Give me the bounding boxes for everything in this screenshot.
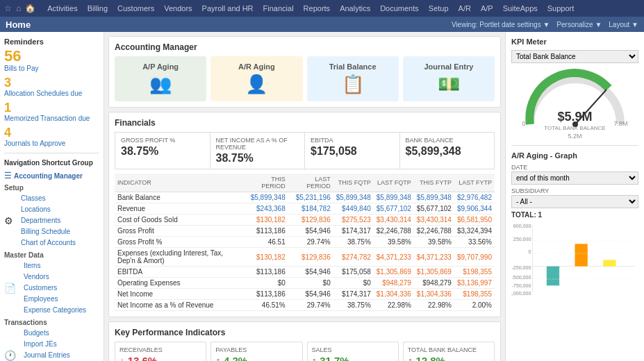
journals-link[interactable]: Journals to Approve (4, 140, 65, 147)
journal-entry-icon: 💵 (438, 74, 460, 95)
nav-departments[interactable]: Departments (15, 215, 76, 226)
col-this-fqtp: THIS FQTP (333, 174, 374, 192)
divider-1 (4, 153, 99, 153)
nav-analytics[interactable]: Analytics (335, 0, 375, 17)
home-bar: Home Viewing: Portlet date settings ▼ Pe… (0, 17, 644, 32)
nav-locations[interactable]: Locations (15, 204, 76, 215)
net-income-summary: NET INCOME AS A % OF REVENUE 38.75% (210, 133, 306, 169)
home-icon[interactable]: ⌂ (16, 3, 21, 13)
nav-vendors[interactable]: Vendors (18, 271, 86, 283)
nav-journal-entries[interactable]: Journal Entries (18, 350, 99, 361)
journal-entry-card[interactable]: Journal Entry 💵 (403, 56, 495, 101)
accounting-manager-title: Accounting Manager (115, 42, 495, 52)
cell-bank-balance: Bank Balance (115, 192, 244, 203)
financials-table: INDICATOR THIS PERIOD LAST PERIOD THIS F… (115, 174, 495, 311)
nav-chart-of-accounts[interactable]: Chart of Accounts (15, 237, 76, 249)
accounting-manager-link[interactable]: Accounting Manager (14, 172, 83, 180)
nav-documents[interactable]: Documents (375, 0, 424, 17)
nav-expense-categories[interactable]: Expense Categories (18, 305, 86, 316)
table-row: Revenue $243,368 $184,782 $449,840 $5,67… (115, 203, 495, 215)
master-data-icon-row: 📄 Items Vendors Customers Employees Expe… (4, 260, 99, 316)
nav-payroll[interactable]: Payroll and HR (197, 0, 258, 17)
ap-aging-icon: 👥 (149, 74, 172, 95)
ar-date-select[interactable]: end of this month (511, 171, 638, 185)
house-icon[interactable]: 🏠 (25, 3, 35, 13)
ar-aging-card[interactable]: A/R Aging 👤 (210, 56, 302, 101)
table-row: Net Income as a % of Revenue 46.51% 29.7… (115, 300, 495, 311)
settings-icon: ⚙ (4, 215, 13, 226)
trial-balance-card[interactable]: Trial Balance 📋 (307, 56, 399, 101)
kpi-bank-balance-value: ↑ 12.8% (408, 355, 490, 361)
table-header-row: INDICATOR THIS PERIOD LAST PERIOD THIS F… (115, 174, 495, 192)
nav-vendors[interactable]: Vendors (159, 0, 197, 17)
ar-aging-label: A/R Aging (238, 62, 275, 71)
bills-to-pay-link[interactable]: Bills to Pay (4, 65, 38, 72)
ar-aging-icon: 👤 (245, 74, 267, 95)
main-content-area: Accounting Manager A/P Aging 👥 A/R Aging… (104, 32, 505, 361)
col-indicator: INDICATOR (115, 174, 244, 192)
nav-budgets[interactable]: Budgets (18, 328, 99, 339)
layout-button[interactable]: Layout ▼ (609, 21, 638, 28)
nav-customers[interactable]: Customers (113, 0, 159, 17)
personalize-button[interactable]: Personalize ▼ (556, 21, 602, 28)
allocation-link[interactable]: Allocation Schedules due (4, 90, 82, 97)
trial-balance-icon: 📋 (342, 74, 364, 95)
star-icon[interactable]: ☆ (4, 3, 12, 13)
ap-aging-card[interactable]: A/P Aging 👥 (115, 56, 206, 101)
ar-subsidiary-row: SUBSIDIARY - All - (511, 187, 638, 208)
bank-balance-label: BANK BALANCE (406, 137, 489, 144)
nav-setup[interactable]: Setup (424, 0, 454, 17)
nav-ap[interactable]: A/P (476, 0, 498, 17)
nav-items[interactable]: Items (18, 260, 86, 271)
ar-subsidiary-select[interactable]: - All - (511, 195, 638, 208)
net-income-value: 38.75% (216, 152, 299, 165)
nav-customers[interactable]: Customers (18, 283, 86, 294)
kpi-receivables-label: RECEIVABLES (119, 346, 201, 353)
nav-activities[interactable]: Activities (42, 0, 82, 17)
hamburger-icon: ☰ (4, 171, 12, 180)
nav-billing-schedule[interactable]: Billing Schedule (15, 226, 76, 237)
nav-import-jes[interactable]: Import JEs (18, 339, 99, 350)
nav-suiteapps[interactable]: SuiteApps (498, 0, 543, 17)
svg-text:800,000: 800,000 (513, 224, 531, 229)
accounting-manager-nav[interactable]: ☰ Accounting Manager (4, 169, 99, 181)
kpi-sales-label: SALES (312, 346, 394, 353)
top-nav-items: Activities Billing Customers Vendors Pay… (42, 0, 579, 17)
ar-subsidiary-label: SUBSIDIARY (511, 187, 638, 194)
table-row: Bank Balance $5,899,348 $5,231,196 $5,89… (115, 192, 495, 203)
bank-balance-value: $5,899,348 (406, 145, 489, 158)
kpi-cards: RECEIVABLES ↓ 13.6% PAYABLES ↑ 4.2% (115, 342, 495, 361)
divider-right (511, 145, 638, 146)
svg-text:-250,000: -250,000 (511, 266, 531, 271)
nav-billing[interactable]: Billing (83, 0, 113, 17)
kpi-meter-select[interactable]: Total Bank Balance (511, 50, 638, 63)
accounting-manager-section: Accounting Manager A/P Aging 👥 A/R Aging… (108, 36, 501, 108)
svg-text:-500,000: -500,000 (511, 275, 531, 280)
gauge-needle-label: 5.2M (511, 133, 638, 140)
gross-profit-summary: GROSS PROFIT % 38.75% (115, 133, 210, 169)
nav-financial[interactable]: Financial (258, 0, 299, 17)
table-row: Cost of Goods Sold $130,182 $129,836 $27… (115, 215, 495, 226)
viewing-portlet-settings[interactable]: Viewing: Portlet date settings ▼ (452, 21, 550, 28)
cell-bank-balance-last: $5,231,196 (288, 192, 333, 203)
svg-text:-750,000: -750,000 (511, 283, 531, 288)
left-sidebar: Reminders 56 Bills to Pay 3 Allocation S… (0, 32, 104, 361)
nav-employees[interactable]: Employees (18, 294, 86, 305)
trial-balance-label: Trial Balance (329, 62, 377, 71)
reminders-title: Reminders (4, 37, 99, 46)
nav-support[interactable]: Support (543, 0, 579, 17)
svg-rect-13 (603, 260, 616, 266)
setup-icon-row: ⚙ Classes Locations Departments Billing … (4, 193, 99, 249)
nav-classes[interactable]: Classes (15, 193, 76, 204)
kpi-receivables: RECEIVABLES ↓ 13.6% (115, 342, 206, 361)
accounting-manager-cards: A/P Aging 👥 A/R Aging 👤 Trial Balance 📋 … (115, 56, 495, 101)
nav-ar[interactable]: A/R (454, 0, 476, 17)
col-this-period: THIS PERIOD (244, 174, 288, 192)
financials-title: Financials (115, 118, 495, 128)
svg-text:-1,000,000: -1,000,000 (511, 291, 531, 296)
nav-reports[interactable]: Reports (299, 0, 336, 17)
table-row: Net Income $113,186 $54,946 $174,317 $1,… (115, 289, 495, 300)
memorized-link[interactable]: Memorized Transaction due (4, 115, 90, 122)
col-last-fqtp: LAST FQTP (374, 174, 414, 192)
ar-bar-chart: 800,000 250,000 0 -250,000 -500,000 -750… (511, 221, 638, 305)
